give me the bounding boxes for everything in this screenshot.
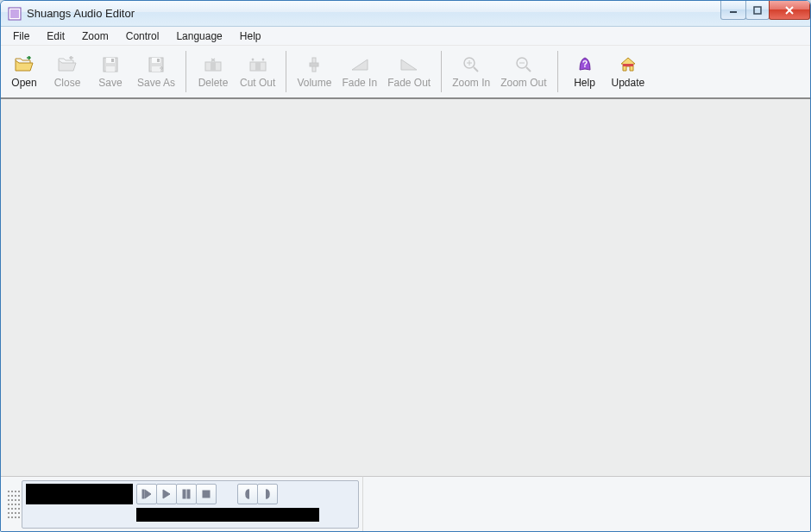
app-icon (8, 7, 22, 21)
svg-rect-1 (10, 9, 19, 18)
stop-button[interactable] (196, 484, 217, 504)
play-from-start-icon (141, 489, 152, 499)
maximize-icon (752, 5, 763, 16)
menu-file[interactable]: File (4, 28, 38, 45)
fade-in-icon (349, 54, 370, 75)
toolbar-label: Fade Out (387, 77, 431, 89)
svg-rect-15 (211, 62, 216, 71)
minimize-button[interactable] (720, 1, 746, 20)
minimize-icon (728, 5, 739, 16)
toolbar-label: Fade In (342, 77, 377, 89)
update-button[interactable]: Update (607, 53, 651, 91)
toolbar: Open Close Save Save As Delete (1, 46, 810, 99)
scissors-icon (248, 54, 268, 75)
magnifier-plus-icon (461, 54, 481, 75)
time-display (26, 484, 133, 504)
selection-brackets (237, 484, 278, 504)
window-controls (721, 1, 810, 20)
toolbar-label: Cut Out (240, 77, 275, 89)
svg-line-25 (526, 67, 531, 72)
delete-button[interactable]: Delete (192, 53, 235, 91)
footer-right-panel (363, 476, 810, 531)
floppy-arrow-icon (146, 54, 167, 75)
toolbar-label: Save (98, 77, 122, 89)
slider-icon (304, 54, 324, 75)
play-icon (161, 489, 172, 499)
volume-button[interactable]: Volume (292, 53, 336, 91)
save-as-button[interactable]: Save As (132, 53, 180, 91)
titlebar[interactable]: Shuangs Audio Editor (1, 1, 810, 27)
toolbar-label: Open (11, 77, 36, 89)
help-button[interactable]: ? Help (563, 53, 607, 91)
svg-rect-32 (203, 491, 210, 498)
app-window: Shuangs Audio Editor File Edit Zoom Cont… (0, 0, 811, 532)
floppy-icon (100, 54, 121, 75)
toolbar-label: Volume (297, 77, 331, 89)
svg-rect-29 (142, 490, 144, 498)
menu-help[interactable]: Help (231, 28, 270, 45)
cut-out-button[interactable]: Cut Out (235, 53, 280, 91)
svg-rect-8 (106, 66, 115, 72)
play-from-start-button[interactable] (136, 484, 157, 504)
waveform-area (1, 99, 810, 476)
toolbar-label: Zoom In (452, 77, 490, 89)
fade-out-button[interactable]: Fade Out (382, 53, 436, 91)
zoom-in-button[interactable]: Zoom In (447, 53, 495, 91)
playback-controls (136, 484, 217, 504)
svg-rect-17 (255, 62, 261, 71)
magnifier-minus-icon (513, 54, 534, 75)
svg-rect-28 (623, 64, 633, 66)
toolbar-label: Help (574, 77, 595, 89)
fade-out-icon (399, 54, 419, 75)
fade-in-button[interactable]: Fade In (336, 53, 382, 91)
play-button[interactable] (156, 484, 177, 504)
toolbar-separator (557, 51, 558, 92)
toolbar-label: Save As (137, 77, 175, 89)
zoom-out-button[interactable]: Zoom Out (495, 53, 551, 91)
svg-rect-3 (754, 7, 761, 14)
bracket-close-icon (262, 489, 273, 499)
svg-text:?: ? (582, 59, 587, 69)
svg-rect-13 (157, 59, 160, 62)
pause-button[interactable] (176, 484, 197, 504)
maximize-button[interactable] (745, 1, 770, 20)
close-icon (783, 5, 795, 16)
panel-grip[interactable] (4, 480, 22, 529)
close-button[interactable] (769, 1, 810, 20)
window-title: Shuangs Audio Editor (27, 7, 721, 20)
menu-language[interactable]: Language (167, 28, 230, 45)
save-button[interactable]: Save (89, 53, 132, 91)
help-book-icon: ? (575, 54, 595, 75)
pause-icon (181, 489, 192, 499)
toolbar-label: Update (612, 77, 645, 89)
delete-icon (203, 54, 223, 75)
toolbar-label: Delete (198, 77, 229, 89)
position-display (136, 508, 319, 522)
svg-rect-30 (183, 490, 185, 498)
toolbar-separator (286, 51, 286, 92)
svg-rect-9 (111, 59, 114, 62)
folder-open-icon (14, 54, 35, 75)
selection-end-button[interactable] (257, 484, 278, 504)
player-container (1, 476, 363, 531)
folder-close-icon (57, 54, 78, 75)
svg-line-21 (474, 67, 478, 72)
toolbar-label: Zoom Out (500, 77, 546, 89)
bracket-open-icon (242, 489, 253, 499)
menubar: File Edit Zoom Control Language Help (1, 27, 810, 46)
selection-start-button[interactable] (237, 484, 258, 504)
footer-panel (1, 476, 810, 531)
menu-zoom[interactable]: Zoom (73, 28, 117, 45)
svg-rect-31 (187, 490, 190, 498)
toolbar-label: Close (54, 77, 81, 89)
stop-icon (201, 489, 211, 499)
svg-rect-12 (152, 66, 160, 72)
toolbar-separator (441, 51, 442, 92)
menu-edit[interactable]: Edit (38, 28, 73, 45)
toolbar-separator (185, 51, 186, 92)
home-icon (618, 54, 638, 75)
menu-control[interactable]: Control (117, 28, 168, 45)
player-panel (22, 480, 359, 529)
open-button[interactable]: Open (3, 53, 46, 91)
close-file-button[interactable]: Close (46, 53, 89, 91)
